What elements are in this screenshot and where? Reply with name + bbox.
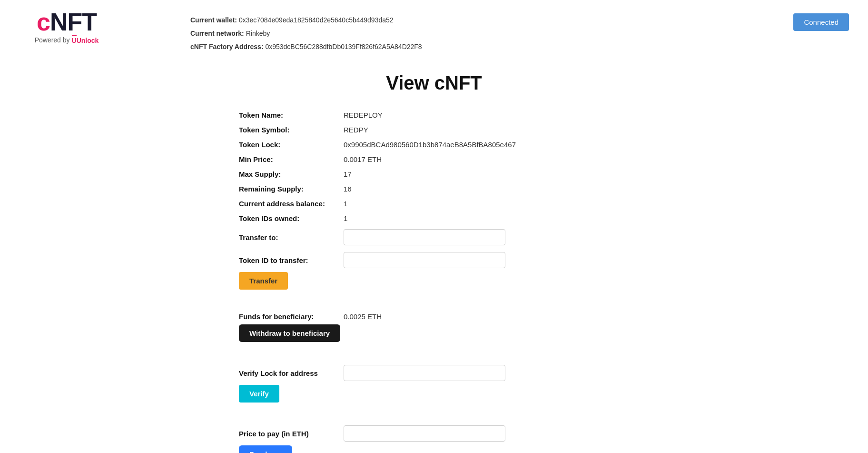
token-symbol-row: Token Symbol: REDPY (239, 126, 629, 134)
token-lock-row: Token Lock: 0x9905dBCAd980560D1b3b874aeB… (239, 141, 629, 149)
max-supply-row: Max Supply: 17 (239, 170, 629, 178)
verify-button-row: Verify (239, 385, 629, 414)
funds-beneficiary-label: Funds for beneficiary: (239, 312, 344, 321)
transfer-to-label: Transfer to: (239, 233, 344, 242)
factory-address-label: cNFT Factory Address: (190, 43, 264, 50)
transfer-button[interactable]: Transfer (239, 272, 288, 290)
min-price-label: Min Price: (239, 155, 344, 163)
factory-address-value: 0x953dcBC56C288dfbDb0139Ff826f62A5A84D22… (265, 43, 422, 50)
token-ids-owned-value: 1 (344, 214, 347, 222)
logo-powered: Powered by UUnlock (35, 35, 99, 44)
token-symbol-value: REDPY (344, 126, 368, 134)
remaining-supply-value: 16 (344, 185, 352, 193)
unlock-brand: UUnlock (72, 35, 99, 44)
current-wallet-row: Current wallet: 0x3ec7084e09eda1825840d2… (190, 13, 849, 27)
purchase-button-row: Purchase (239, 445, 629, 453)
logo-area: cNFT Powered by UUnlock (19, 10, 114, 44)
token-symbol-label: Token Symbol: (239, 126, 344, 134)
transfer-to-row: Transfer to: (239, 229, 629, 245)
token-name-label: Token Name: (239, 111, 344, 119)
current-network-row: Current network: Rinkeby (190, 27, 849, 40)
current-address-balance-row: Current address balance: 1 (239, 200, 629, 208)
remaining-supply-label: Remaining Supply: (239, 185, 344, 193)
logo-c: c (37, 8, 50, 36)
price-to-pay-label: Price to pay (in ETH) (239, 430, 344, 438)
token-ids-owned-row: Token IDs owned: 1 (239, 214, 629, 222)
header-info: Current wallet: 0x3ec7084e09eda1825840d2… (114, 10, 849, 53)
withdraw-button-row: Withdraw to beneficiary (239, 324, 629, 353)
price-to-pay-input[interactable] (344, 425, 505, 442)
price-to-pay-row: Price to pay (in ETH) (239, 425, 629, 442)
purchase-button[interactable]: Purchase (239, 445, 292, 453)
page-title: View cNFT (239, 72, 629, 94)
token-name-row: Token Name: REDEPLOY (239, 111, 629, 119)
powered-by-text: Powered by (35, 36, 70, 44)
token-id-transfer-input[interactable] (344, 252, 505, 268)
min-price-value: 0.0017 ETH (344, 155, 382, 163)
token-id-transfer-label: Token ID to transfer: (239, 256, 344, 264)
factory-address-row: cNFT Factory Address: 0x953dcBC56C288dfb… (190, 40, 849, 53)
current-address-balance-label: Current address balance: (239, 200, 344, 208)
max-supply-label: Max Supply: (239, 170, 344, 178)
token-lock-label: Token Lock: (239, 141, 344, 149)
logo: cNFT (37, 10, 97, 34)
token-id-transfer-row: Token ID to transfer: (239, 252, 629, 268)
min-price-row: Min Price: 0.0017 ETH (239, 155, 629, 163)
current-wallet-label: Current wallet: (190, 16, 237, 24)
current-address-balance-value: 1 (344, 200, 347, 208)
token-name-value: REDEPLOY (344, 111, 383, 119)
max-supply-value: 17 (344, 170, 352, 178)
funds-beneficiary-row: Funds for beneficiary: 0.0025 ETH (239, 312, 629, 321)
verify-button[interactable]: Verify (239, 385, 279, 403)
token-ids-owned-label: Token IDs owned: (239, 214, 344, 222)
header: cNFT Powered by UUnlock Current wallet: … (0, 0, 868, 63)
transfer-button-row: Transfer (239, 272, 629, 301)
current-network-value: Rinkeby (246, 30, 270, 37)
connected-button[interactable]: Connected (793, 13, 849, 31)
current-network-label: Current network: (190, 30, 244, 37)
main-content: View cNFT Token Name: REDEPLOY Token Sym… (220, 63, 648, 453)
current-wallet-value: 0x3ec7084e09eda1825840d2e5640c5b449d93da… (239, 16, 394, 24)
logo-nft: NFT (50, 8, 97, 36)
remaining-supply-row: Remaining Supply: 16 (239, 185, 629, 193)
verify-lock-row: Verify Lock for address (239, 365, 629, 381)
verify-lock-label: Verify Lock for address (239, 369, 344, 377)
verify-lock-input[interactable] (344, 365, 505, 381)
token-lock-value: 0x9905dBCAd980560D1b3b874aeB8A5BfBA805e4… (344, 141, 516, 149)
funds-beneficiary-value: 0.0025 ETH (344, 312, 382, 321)
transfer-to-input[interactable] (344, 229, 505, 245)
withdraw-button[interactable]: Withdraw to beneficiary (239, 324, 340, 342)
unlock-label-rest: Unlock (77, 37, 99, 44)
